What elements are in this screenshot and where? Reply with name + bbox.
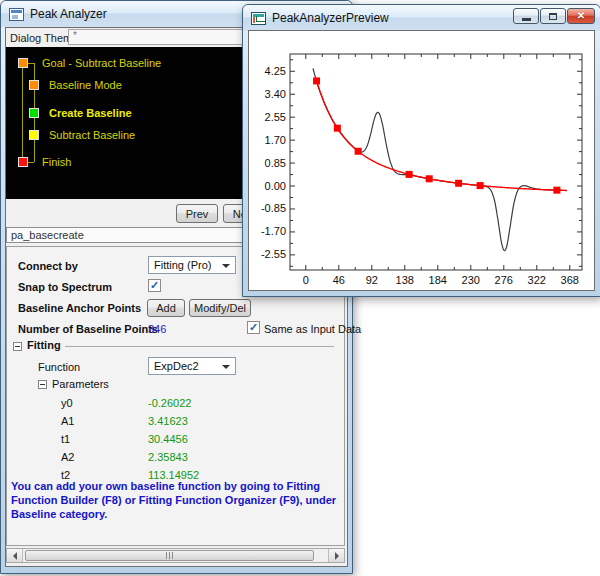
snap-to-spectrum-label: Snap to Spectrum bbox=[18, 281, 112, 293]
chevron-down-icon bbox=[222, 264, 230, 268]
svg-text:-0.85: -0.85 bbox=[261, 202, 286, 214]
scrollbar-thumb[interactable] bbox=[25, 550, 314, 561]
svg-text:184: 184 bbox=[429, 274, 447, 286]
param-name: y0 bbox=[61, 397, 73, 409]
preview-client: 046921381842302763223684.253.402.551.700… bbox=[248, 30, 595, 291]
step-square-icon bbox=[18, 157, 28, 167]
wizard-connector-line bbox=[28, 162, 34, 163]
section-divider bbox=[65, 346, 334, 347]
param-value: 3.41623 bbox=[148, 415, 188, 427]
svg-text:0: 0 bbox=[303, 274, 309, 286]
param-name: A1 bbox=[61, 415, 74, 427]
svg-text:4.25: 4.25 bbox=[265, 65, 286, 77]
svg-text:0.85: 0.85 bbox=[265, 157, 286, 169]
fitting-collapse-icon[interactable] bbox=[13, 342, 22, 351]
svg-text:368: 368 bbox=[561, 274, 579, 286]
maximize-button[interactable] bbox=[540, 8, 566, 24]
parameters-label: Parameters bbox=[52, 378, 109, 390]
function-label: Function bbox=[38, 361, 80, 373]
close-button[interactable]: ✕ bbox=[567, 8, 595, 24]
scroll-right-button[interactable] bbox=[328, 549, 344, 562]
step-square-icon bbox=[18, 58, 28, 68]
step-square-icon bbox=[29, 108, 39, 118]
add-button[interactable]: Add bbox=[147, 299, 185, 317]
wizard-connector-line bbox=[22, 68, 23, 157]
step-square-icon bbox=[29, 80, 39, 90]
connect-by-select[interactable]: Fitting (Pro) bbox=[148, 256, 236, 274]
page-name: pa_basecreate bbox=[11, 229, 84, 241]
svg-text:46: 46 bbox=[333, 274, 345, 286]
scrollbar-track[interactable] bbox=[23, 549, 328, 562]
param-name: A2 bbox=[61, 451, 74, 463]
scroll-left-button[interactable] bbox=[7, 549, 23, 562]
minimize-button[interactable] bbox=[513, 8, 539, 24]
svg-text:-2.55: -2.55 bbox=[261, 248, 286, 260]
graph-window-icon bbox=[251, 12, 266, 25]
function-value: ExpDec2 bbox=[154, 360, 199, 372]
svg-text:230: 230 bbox=[462, 274, 480, 286]
preview-title: PeakAnalyzerPreview bbox=[272, 11, 389, 25]
svg-text:276: 276 bbox=[495, 274, 513, 286]
svg-text:2.55: 2.55 bbox=[265, 111, 286, 123]
svg-text:92: 92 bbox=[366, 274, 378, 286]
scroll-left-icon bbox=[13, 552, 17, 560]
snap-to-spectrum-checkbox[interactable]: ✓ bbox=[148, 279, 161, 292]
svg-text:322: 322 bbox=[528, 274, 546, 286]
close-icon: ✕ bbox=[577, 11, 585, 21]
svg-text:138: 138 bbox=[396, 274, 414, 286]
parameters-collapse-icon[interactable] bbox=[38, 380, 47, 389]
baseline-anchor-points-label: Baseline Anchor Points bbox=[18, 302, 141, 314]
connect-by-value: Fitting (Pro) bbox=[154, 259, 211, 271]
connect-by-label: Connect by bbox=[18, 260, 78, 272]
chevron-down-icon bbox=[222, 365, 230, 369]
preview-window: PeakAnalyzerPreview ✕ 046921381842302763… bbox=[242, 4, 600, 297]
maximize-icon bbox=[549, 13, 557, 20]
peak-analyzer-icon bbox=[9, 8, 24, 21]
dialog-theme-value: * bbox=[73, 30, 77, 41]
desktop: Peak Analyzer Dialog Theme * Goal - Subt… bbox=[0, 0, 600, 576]
param-value: -0.26022 bbox=[148, 397, 191, 409]
minimize-icon bbox=[522, 18, 531, 21]
num-baseline-points-label: Number of Baseline Points bbox=[18, 323, 158, 335]
svg-text:-1.70: -1.70 bbox=[261, 225, 286, 237]
preview-chart: 046921381842302763223684.253.402.551.700… bbox=[249, 31, 594, 290]
horizontal-scrollbar[interactable] bbox=[6, 548, 345, 563]
modify-del-button[interactable]: Modify/Del bbox=[189, 299, 251, 317]
function-select[interactable]: ExpDec2 bbox=[148, 357, 236, 375]
svg-text:0.00: 0.00 bbox=[265, 180, 286, 192]
same-as-input-label: Same as Input Data bbox=[264, 323, 361, 335]
same-as-input-checkbox[interactable]: ✓ bbox=[247, 321, 260, 334]
svg-text:1.70: 1.70 bbox=[265, 134, 286, 146]
param-name: t1 bbox=[61, 433, 70, 445]
prev-button[interactable]: Prev bbox=[176, 204, 218, 223]
peak-analyzer-title: Peak Analyzer bbox=[30, 7, 107, 21]
hint-text: You can add your own baseline function b… bbox=[11, 479, 339, 521]
caption-buttons: ✕ bbox=[513, 8, 595, 24]
step-square-icon bbox=[29, 130, 39, 140]
fitting-section-label: Fitting bbox=[27, 339, 61, 351]
svg-text:3.40: 3.40 bbox=[265, 88, 286, 100]
num-baseline-points-value: 346 bbox=[148, 323, 166, 335]
param-value: 2.35843 bbox=[148, 451, 188, 463]
scroll-right-icon bbox=[335, 552, 339, 560]
param-value: 30.4456 bbox=[148, 433, 188, 445]
